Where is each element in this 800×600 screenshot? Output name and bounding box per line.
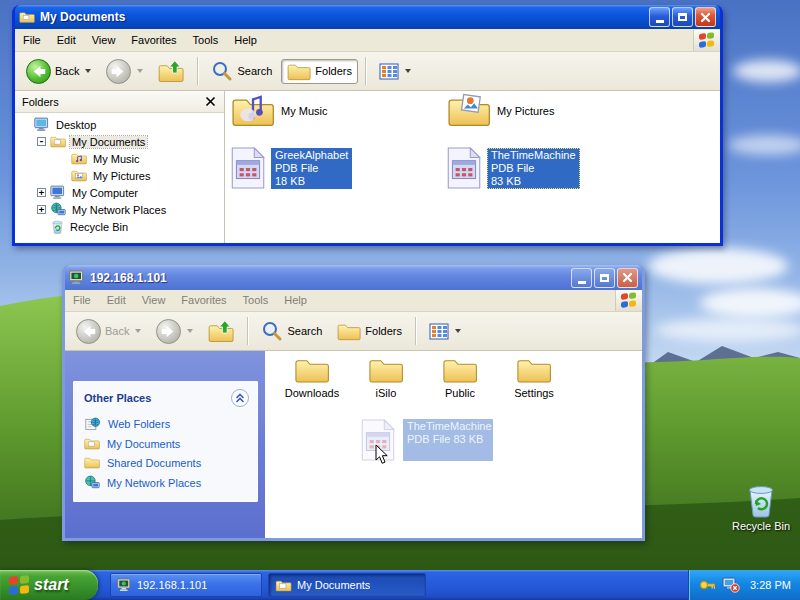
dropdown-arrow-icon [405,69,411,73]
dropdown-arrow-icon [85,69,91,73]
folder-downloads[interactable]: Downloads [275,356,349,399]
start-label: start [34,576,69,594]
key-tray-icon[interactable] [699,577,716,593]
drag-item-details: TheTimeMachine PDB File 83 KB [403,419,493,461]
folders-button[interactable]: Folders [281,59,358,84]
views-button[interactable] [373,60,417,83]
menu-view[interactable]: View [134,290,174,311]
menu-file[interactable]: File [65,290,99,311]
tree-item-desktop[interactable]: Desktop [15,116,224,133]
tree-item-my-pictures[interactable]: My Pictures [15,167,224,184]
computer-icon [50,185,66,200]
menu-edit[interactable]: Edit [99,290,134,311]
tree-item-my-computer[interactable]: + My Computer [15,184,224,201]
titlebar[interactable]: 192.168.1.101 [65,265,642,290]
close-button[interactable] [617,268,638,288]
menu-help[interactable]: Help [276,290,315,311]
menu-tools[interactable]: Tools [235,290,277,311]
views-icon [429,323,449,340]
item-my-music[interactable]: My Music [231,93,327,129]
back-label: Back [55,65,79,77]
folders-label: Folders [365,325,402,337]
folders-panel: Folders Desktop - My Documents [15,91,225,243]
file-type: PDB File [275,162,348,175]
menu-favorites[interactable]: Favorites [173,290,234,311]
file-list-area[interactable]: Downloads iSilo Public Settings [265,351,642,538]
folder-isilo[interactable]: iSilo [349,356,423,399]
forward-button[interactable] [100,56,149,87]
search-button[interactable]: Search [255,317,328,345]
start-button[interactable]: start [0,570,98,600]
file-list-area[interactable]: My Music My Pictures GreekAlphabet PDB F… [225,91,720,243]
link-web-folders[interactable]: Web Folders [74,413,257,434]
up-folder-icon [158,60,184,83]
maximize-button[interactable] [594,268,615,288]
recycle-bin-desktop-item[interactable]: Recycle Bin [726,484,796,532]
menu-tools[interactable]: Tools [185,30,227,51]
folders-label: Folders [315,65,352,77]
tree-item-my-documents[interactable]: - My Documents [15,133,224,150]
file-size: 83 KB [453,433,483,445]
pdb-file-icon [231,147,265,189]
folder-public[interactable]: Public [423,356,497,399]
item-thetimemachine[interactable]: TheTimeMachine PDB File 83 KB [447,147,580,189]
file-name: TheTimeMachine [491,149,576,162]
link-my-documents[interactable]: My Documents [74,434,257,453]
taskbar-button-192-168-1-101[interactable]: 192.168.1.101 [110,573,262,597]
maximize-icon [678,13,687,21]
web-folders-icon [84,416,101,431]
my-documents-window-icon [19,10,35,24]
folder-open-icon [275,579,292,592]
folder-open-icon [50,135,66,148]
menu-edit[interactable]: Edit [49,30,84,51]
item-my-pictures[interactable]: My Pictures [447,93,554,129]
close-panel-button[interactable] [203,95,217,109]
forward-button[interactable] [150,316,199,347]
taskbar-clock[interactable]: 3:28 PM [750,579,791,591]
dropdown-arrow-icon [455,329,461,333]
minimize-button[interactable] [571,268,592,288]
tree-item-my-network-places[interactable]: + My Network Places [15,201,224,218]
collapse-icon[interactable]: - [37,137,46,146]
windows-logo-icon [615,290,642,311]
tree-item-recycle-bin[interactable]: Recycle Bin [15,218,224,235]
maximize-button[interactable] [672,7,693,27]
folders-button[interactable]: Folders [331,319,408,344]
up-button[interactable] [152,57,190,86]
back-button[interactable]: Back [20,56,97,87]
search-icon [211,60,233,82]
search-button[interactable]: Search [205,57,278,85]
tree-item-my-music[interactable]: My Music [15,150,224,167]
link-shared-documents[interactable]: Shared Documents [74,453,257,472]
close-button[interactable] [695,7,716,27]
folder-settings[interactable]: Settings [497,356,571,399]
up-button[interactable] [202,317,240,346]
windows-logo-icon [9,574,29,595]
link-my-network-places[interactable]: My Network Places [74,472,257,493]
taskbar-button-my-documents[interactable]: My Documents [268,573,426,597]
views-button[interactable] [423,320,467,343]
folder-pictures-icon [71,169,87,182]
menu-view[interactable]: View [84,30,124,51]
close-icon [205,96,216,107]
network-disconnected-tray-icon[interactable] [722,577,740,593]
folder-pictures-icon [447,93,491,129]
menu-file[interactable]: File [15,30,49,51]
collapse-panel-button[interactable] [231,389,249,407]
mouse-cursor [375,444,389,465]
expand-icon[interactable]: + [37,188,46,197]
desktop-screen: Recycle Bin My Documents File Edit View … [0,0,800,600]
expand-icon[interactable]: + [37,205,46,214]
back-button[interactable]: Back [70,316,147,347]
folder-music-icon [231,93,275,129]
item-greekalphabet[interactable]: GreekAlphabet PDB File 18 KB [231,147,352,189]
minimize-icon [578,281,586,284]
titlebar[interactable]: My Documents [15,5,720,29]
recycle-bin-label: Recycle Bin [732,520,790,532]
toolbar-separator [247,317,248,345]
menu-bar: File Edit View Favorites Tools Help [65,290,642,312]
minimize-button[interactable] [649,7,670,27]
up-folder-icon [208,320,234,343]
menu-favorites[interactable]: Favorites [123,30,184,51]
menu-help[interactable]: Help [226,30,265,51]
